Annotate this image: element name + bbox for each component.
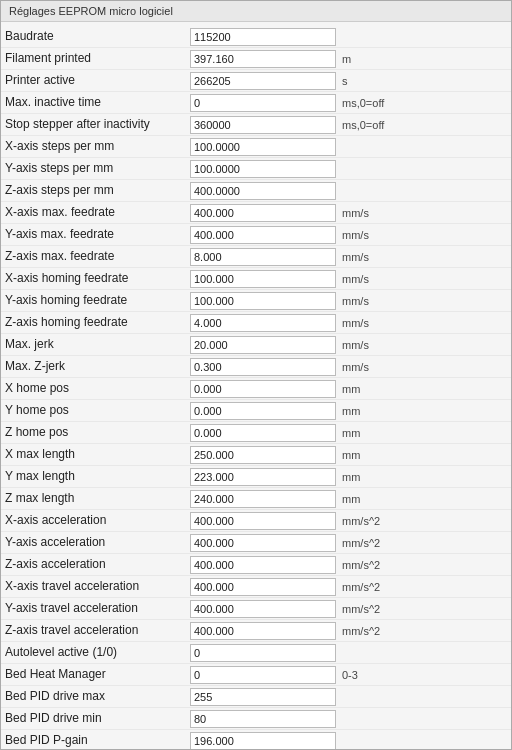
setting-unit: mm/s xyxy=(336,251,416,263)
setting-label: X-axis travel acceleration xyxy=(5,579,190,595)
setting-label: Bed PID P-gain xyxy=(5,733,190,749)
table-row: Bed Heat Manager0-3 xyxy=(1,664,511,686)
setting-input[interactable] xyxy=(190,468,336,486)
setting-input[interactable] xyxy=(190,116,336,134)
setting-label: Y-axis max. feedrate xyxy=(5,227,190,243)
setting-input[interactable] xyxy=(190,600,336,618)
setting-input[interactable] xyxy=(190,534,336,552)
setting-input[interactable] xyxy=(190,336,336,354)
setting-input[interactable] xyxy=(190,622,336,640)
setting-label: Filament printed xyxy=(5,51,190,67)
table-row: Bed PID P-gain xyxy=(1,730,511,749)
setting-input[interactable] xyxy=(190,94,336,112)
setting-input[interactable] xyxy=(190,204,336,222)
setting-label: X home pos xyxy=(5,381,190,397)
setting-input[interactable] xyxy=(190,578,336,596)
setting-label: Z home pos xyxy=(5,425,190,441)
setting-input[interactable] xyxy=(190,248,336,266)
table-row: Autolevel active (1/0) xyxy=(1,642,511,664)
setting-input[interactable] xyxy=(190,380,336,398)
setting-input[interactable] xyxy=(190,314,336,332)
content-area: BaudrateFilament printedmPrinter actives… xyxy=(1,22,511,749)
table-row: Z-axis accelerationmm/s^2 xyxy=(1,554,511,576)
table-row: X-axis accelerationmm/s^2 xyxy=(1,510,511,532)
setting-input[interactable] xyxy=(190,292,336,310)
table-row: Z-axis travel accelerationmm/s^2 xyxy=(1,620,511,642)
setting-input[interactable] xyxy=(190,28,336,46)
table-row: Y-axis travel accelerationmm/s^2 xyxy=(1,598,511,620)
setting-input[interactable] xyxy=(190,512,336,530)
table-row: Z home posmm xyxy=(1,422,511,444)
setting-label: Y-axis homing feedrate xyxy=(5,293,190,309)
table-row: Stop stepper after inactivityms,0=off xyxy=(1,114,511,136)
setting-input[interactable] xyxy=(190,138,336,156)
setting-input[interactable] xyxy=(190,688,336,706)
setting-unit: mm xyxy=(336,427,416,439)
setting-unit: mm/s^2 xyxy=(336,581,416,593)
setting-unit: 0-3 xyxy=(336,669,416,681)
table-row: X-axis steps per mm xyxy=(1,136,511,158)
setting-input[interactable] xyxy=(190,358,336,376)
table-row: Y-axis max. feedratemm/s xyxy=(1,224,511,246)
setting-label: Y-axis steps per mm xyxy=(5,161,190,177)
settings-scroll-area[interactable]: BaudrateFilament printedmPrinter actives… xyxy=(1,22,511,749)
table-row: X-axis max. feedratemm/s xyxy=(1,202,511,224)
setting-label: Printer active xyxy=(5,73,190,89)
setting-label: Y-axis travel acceleration xyxy=(5,601,190,617)
setting-input[interactable] xyxy=(190,72,336,90)
setting-unit: mm/s^2 xyxy=(336,515,416,527)
table-row: Max. Z-jerkmm/s xyxy=(1,356,511,378)
setting-label: Bed PID drive min xyxy=(5,711,190,727)
table-row: Y home posmm xyxy=(1,400,511,422)
setting-unit: mm xyxy=(336,471,416,483)
setting-label: X-axis homing feedrate xyxy=(5,271,190,287)
setting-input[interactable] xyxy=(190,182,336,200)
setting-input[interactable] xyxy=(190,490,336,508)
setting-unit: mm/s^2 xyxy=(336,625,416,637)
setting-unit: mm xyxy=(336,493,416,505)
table-row: Y-axis homing feedratemm/s xyxy=(1,290,511,312)
table-row: Max. inactive timems,0=off xyxy=(1,92,511,114)
setting-input[interactable] xyxy=(190,556,336,574)
setting-input[interactable] xyxy=(190,160,336,178)
setting-label: Max. Z-jerk xyxy=(5,359,190,375)
setting-label: Y-axis acceleration xyxy=(5,535,190,551)
table-row: Filament printedm xyxy=(1,48,511,70)
setting-label: Z-axis acceleration xyxy=(5,557,190,573)
setting-unit: mm/s xyxy=(336,317,416,329)
setting-label: Bed PID drive max xyxy=(5,689,190,705)
table-row: Z-axis steps per mm xyxy=(1,180,511,202)
setting-input[interactable] xyxy=(190,732,336,750)
setting-label: Stop stepper after inactivity xyxy=(5,117,190,133)
table-row: Printer actives xyxy=(1,70,511,92)
setting-unit: mm xyxy=(336,405,416,417)
setting-label: X-axis steps per mm xyxy=(5,139,190,155)
setting-label: Z-axis homing feedrate xyxy=(5,315,190,331)
setting-unit: mm/s xyxy=(336,229,416,241)
setting-input[interactable] xyxy=(190,710,336,728)
setting-input[interactable] xyxy=(190,666,336,684)
table-row: X max lengthmm xyxy=(1,444,511,466)
setting-input[interactable] xyxy=(190,446,336,464)
title-bar: Réglages EEPROM micro logiciel xyxy=(1,1,511,22)
setting-label: Z max length xyxy=(5,491,190,507)
setting-label: Z-axis steps per mm xyxy=(5,183,190,199)
setting-input[interactable] xyxy=(190,644,336,662)
setting-label: Bed Heat Manager xyxy=(5,667,190,683)
setting-label: X-axis max. feedrate xyxy=(5,205,190,221)
setting-label: Baudrate xyxy=(5,29,190,45)
setting-unit: mm/s xyxy=(336,295,416,307)
setting-label: Y home pos xyxy=(5,403,190,419)
setting-input[interactable] xyxy=(190,50,336,68)
setting-unit: mm/s^2 xyxy=(336,603,416,615)
setting-input[interactable] xyxy=(190,226,336,244)
setting-label: Max. inactive time xyxy=(5,95,190,111)
setting-unit: mm/s xyxy=(336,361,416,373)
table-row: Y-axis accelerationmm/s^2 xyxy=(1,532,511,554)
table-row: Bed PID drive min xyxy=(1,708,511,730)
setting-input[interactable] xyxy=(190,402,336,420)
setting-input[interactable] xyxy=(190,270,336,288)
setting-input[interactable] xyxy=(190,424,336,442)
table-row: Z max lengthmm xyxy=(1,488,511,510)
table-row: Z-axis max. feedratemm/s xyxy=(1,246,511,268)
